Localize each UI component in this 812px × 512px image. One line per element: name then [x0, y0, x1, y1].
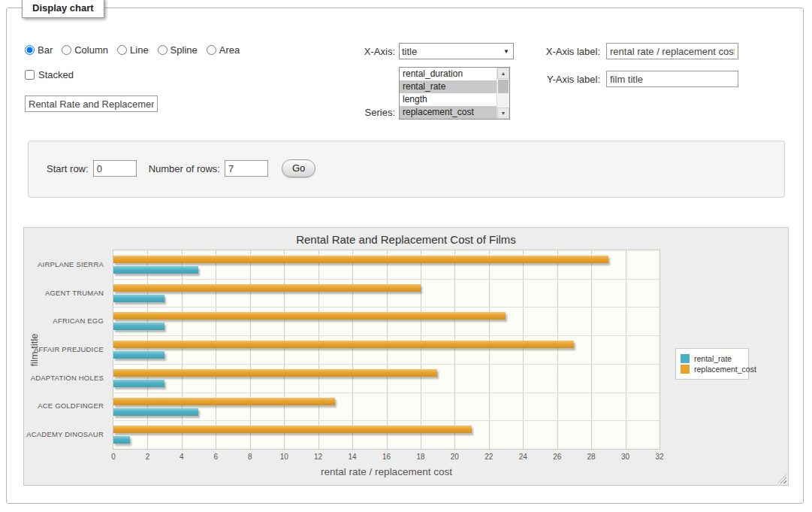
chart-container: Rental Rate and Replacement Cost of Film…: [23, 227, 789, 486]
gridline-vertical: [591, 250, 592, 449]
gridline-vertical: [626, 250, 626, 449]
chart-type-radio-spline[interactable]: [158, 45, 168, 55]
x-tick-label: 28: [587, 453, 596, 461]
chart-type-radio-column[interactable]: [62, 45, 71, 55]
bar-rental_rate: [113, 436, 130, 444]
chart-type-label-spline: Spline: [171, 44, 198, 56]
y-axis-label-input[interactable]: [606, 71, 738, 87]
scroll-down-icon[interactable]: ▼: [497, 108, 509, 119]
bar-replacement_cost: [113, 312, 506, 320]
stacked-option[interactable]: Stacked: [25, 69, 74, 80]
gridline-vertical: [250, 250, 251, 449]
x-tick-label: 16: [382, 453, 391, 461]
legend-swatch-rental_rate: [681, 354, 690, 363]
x-tick-label: 20: [451, 453, 459, 461]
x-tick-label: 14: [349, 453, 357, 461]
gridline-horizontal: [113, 307, 660, 308]
bar-rental_rate: [113, 266, 198, 274]
panel-legend: Display chart: [22, 0, 104, 18]
bar-replacement_cost: [113, 426, 472, 433]
chart-type-radio-bar[interactable]: [25, 45, 35, 55]
chart-type-options: BarColumnLineSplineArea: [25, 44, 240, 56]
y-axis-title: film title: [29, 333, 40, 366]
x-tick-label: 2: [146, 453, 150, 461]
bar-rental_rate: [113, 408, 198, 416]
number-of-rows-input[interactable]: [225, 160, 268, 177]
gridline-vertical: [147, 250, 148, 449]
chart-type-option-line[interactable]: Line: [117, 44, 149, 56]
gridline-horizontal: [113, 335, 660, 336]
rows-form-row: Start row: Number of rows: Go: [47, 159, 315, 177]
bar-replacement_cost: [113, 256, 608, 263]
chart-type-label-column: Column: [74, 44, 108, 56]
gridline-horizontal: [113, 364, 660, 365]
gridline-vertical: [454, 250, 455, 449]
bar-rental_rate: [113, 323, 165, 330]
gridline-vertical: [387, 250, 388, 449]
gridline-vertical: [352, 250, 353, 449]
x-tick-label: 6: [214, 453, 219, 461]
bar-replacement_cost: [113, 369, 437, 377]
legend-row-rental_rate: rental_rate: [681, 354, 744, 363]
chart-type-label-bar: Bar: [38, 44, 53, 56]
legend-row-replacement_cost: replacement_cost: [681, 365, 744, 374]
stacked-checkbox[interactable]: [25, 70, 35, 80]
stacked-label: Stacked: [38, 69, 74, 80]
chart-type-radio-line[interactable]: [117, 45, 127, 55]
display-chart-panel: Display chart BarColumnLineSplineArea St…: [6, 8, 804, 504]
x-tick-label: 22: [484, 453, 493, 461]
x-axis-title: rental rate / replacement cost: [113, 466, 660, 477]
x-tick-label: 0: [111, 453, 116, 461]
chart-type-label-line: Line: [130, 44, 149, 56]
chart-legend: rental_ratereplacement_cost: [675, 348, 749, 380]
gridline-horizontal: [113, 420, 660, 421]
chart-type-label-area: Area: [219, 44, 240, 56]
series-options: rental_durationrental_ratelengthreplacem…: [400, 68, 497, 119]
go-button[interactable]: Go: [282, 159, 315, 177]
bar-replacement_cost: [113, 398, 335, 405]
gridline-vertical: [557, 250, 558, 449]
x-tick-label: 32: [655, 453, 663, 461]
series-option-replacement_cost[interactable]: replacement_cost: [400, 106, 497, 119]
rows-form: Start row: Number of rows: Go: [28, 141, 785, 198]
legend-label-replacement_cost: replacement_cost: [694, 365, 756, 374]
bar-rental_rate: [113, 295, 165, 302]
x-axis-select-label: X-Axis:: [335, 46, 395, 57]
start-row-input[interactable]: [93, 160, 137, 177]
plot-area: [113, 250, 660, 450]
bar-replacement_cost: [113, 284, 421, 292]
bar-rental_rate: [113, 351, 165, 359]
x-tick-label: 4: [180, 453, 184, 461]
gridline-horizontal: [113, 392, 660, 393]
chart-type-option-spline[interactable]: Spline: [158, 44, 198, 56]
x-tick-label: 30: [621, 453, 629, 461]
chart-type-option-column[interactable]: Column: [62, 44, 108, 56]
chart-type-radio-area[interactable]: [207, 45, 216, 55]
x-axis-ticks: 02468101214161820222426283032: [113, 453, 660, 463]
legend-swatch-replacement_cost: [681, 365, 690, 374]
chart-title-input[interactable]: [25, 95, 158, 112]
resize-handle[interactable]: [777, 474, 786, 483]
x-tick-label: 10: [280, 453, 288, 461]
gridline-horizontal: [113, 279, 660, 280]
number-of-rows-label: Number of rows:: [149, 163, 220, 174]
gridline-vertical: [284, 250, 285, 449]
x-axis-label-input[interactable]: [606, 43, 738, 59]
chart-type-option-area[interactable]: Area: [207, 44, 240, 56]
series-label: Series:: [335, 107, 395, 118]
x-tick-label: 26: [553, 453, 561, 461]
start-row-label: Start row:: [47, 163, 89, 174]
series-option-rental_duration[interactable]: rental_duration: [400, 68, 497, 80]
legend-label-rental_rate: rental_rate: [694, 354, 732, 363]
y-axis-label-label: Y-Axis label:: [488, 74, 600, 85]
chart-type-option-bar[interactable]: Bar: [25, 44, 53, 56]
x-tick-label: 18: [416, 453, 424, 461]
x-axis-label-label: X-Axis label:: [488, 46, 600, 57]
gridline-vertical: [318, 250, 319, 449]
bar-replacement_cost: [113, 341, 574, 348]
gridline-vertical: [489, 250, 490, 449]
series-option-rental_rate[interactable]: rental_rate: [400, 80, 497, 93]
y-axis-title-wrap: film title: [24, 250, 44, 450]
x-tick-label: 8: [248, 453, 252, 461]
series-option-length[interactable]: length: [400, 93, 497, 106]
